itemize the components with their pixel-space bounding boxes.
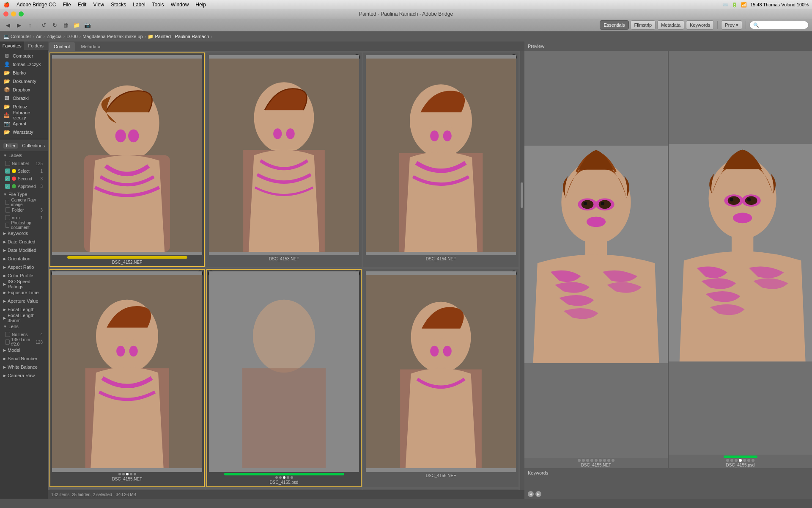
- orientation-section-header[interactable]: ▶Orientation: [0, 254, 48, 263]
- filter-button[interactable]: Filter: [3, 143, 18, 149]
- date-modified-section-header[interactable]: ▶Date Modified: [0, 246, 48, 254]
- lens-135-checkbox[interactable]: [5, 340, 10, 345]
- folder-checkbox[interactable]: [5, 207, 10, 213]
- lens-section-header[interactable]: ▼Lens: [0, 322, 48, 331]
- apple-menu[interactable]: 🍎: [3, 2, 10, 8]
- thumb-dsc4156[interactable]: ⊕ DSC_4156.NEF: [363, 269, 518, 487]
- favorites-tab[interactable]: Favorites: [0, 41, 24, 50]
- nav-item-aparat[interactable]: 📷Aparat: [0, 119, 48, 128]
- raw-checkbox[interactable]: [5, 200, 9, 205]
- breadcrumb-item-zdjecia[interactable]: Zdjęcia: [47, 34, 61, 39]
- model-section-header[interactable]: ▶Model: [0, 346, 48, 354]
- nav-item-computer[interactable]: 🖥Computer: [0, 52, 48, 60]
- thumb-dsc4159[interactable]: ⊕ ⊕ DSC_4159.NEF: [363, 489, 518, 490]
- nav-item-warsztaty[interactable]: 📂Warsztaty: [0, 128, 48, 136]
- nav-item-obrazki[interactable]: 🖼Obrazki: [0, 94, 48, 102]
- approved-checkbox[interactable]: ✓: [5, 184, 10, 189]
- filter-header[interactable]: Filter Collections ▾: [0, 140, 48, 151]
- keywords-scroll-right[interactable]: ▶: [535, 491, 541, 497]
- essentials-tab[interactable]: Essentials: [600, 20, 628, 30]
- maximize-button[interactable]: [19, 11, 24, 17]
- forward-button[interactable]: ▶: [14, 20, 24, 30]
- new-folder-button[interactable]: 📁: [72, 20, 81, 30]
- camera-button[interactable]: 📷: [83, 20, 92, 30]
- nav-item-biurko[interactable]: 📂Biurko: [0, 69, 48, 77]
- scrollbar-thumb[interactable]: [521, 182, 523, 208]
- nolabel-checkbox[interactable]: [5, 161, 10, 166]
- collections-button[interactable]: Collections: [19, 143, 47, 149]
- breadcrumb-item-computer[interactable]: 💻 Computer: [3, 34, 31, 39]
- view-menu[interactable]: View: [93, 2, 104, 8]
- filetype-section-header[interactable]: ▼ File Type: [0, 190, 48, 199]
- tools-menu[interactable]: Tools: [152, 2, 164, 8]
- filetype-folder[interactable]: Folder 3: [0, 206, 48, 214]
- filetype-psd[interactable]: Photoshop document: [0, 221, 48, 229]
- lens-135[interactable]: 135.0 mm f/2.0 128: [0, 338, 48, 346]
- thumb-dsc4155psd[interactable]: ⊕ ⊕ DSC_4155.psd: [206, 269, 362, 487]
- app-menu-bridge[interactable]: Adobe Bridge CC: [16, 2, 56, 8]
- thumb-dsc4157[interactable]: ⊕ ⊕ DSC_4157.NEF: [49, 489, 205, 490]
- label-item-nolabel[interactable]: No Label 125: [0, 160, 48, 167]
- lens-none-checkbox[interactable]: [5, 332, 10, 337]
- keywords-section-header[interactable]: ▶Keywords: [0, 229, 48, 237]
- nav-item-dokumenty[interactable]: 📂Dokumenty: [0, 77, 48, 86]
- search-input[interactable]: [749, 21, 809, 29]
- aspect-ratio-section-header[interactable]: ▶Aspect Ratio: [0, 263, 48, 271]
- camera-raw-section-header[interactable]: ▶Camera Raw: [0, 371, 48, 380]
- content-scrollbar[interactable]: [520, 51, 524, 490]
- breadcrumb-item-air[interactable]: Air: [36, 34, 41, 39]
- back-button[interactable]: ◀: [3, 20, 13, 30]
- nav-item-pobrane[interactable]: 📥Pobrane rzeczy: [0, 111, 48, 119]
- keywords-scroll-left[interactable]: ◀: [528, 491, 534, 497]
- stacks-menu[interactable]: Stacks: [111, 2, 126, 8]
- label-menu[interactable]: Label: [133, 2, 145, 8]
- second-checkbox[interactable]: ✓: [5, 176, 10, 181]
- rotate-right-button[interactable]: ↻: [50, 20, 59, 30]
- traffic-lights[interactable]: [3, 11, 24, 17]
- nav-item-user[interactable]: 👤tomas...zczyk: [0, 60, 48, 69]
- prev-button[interactable]: Prev ▾: [721, 20, 742, 30]
- color-profile-section-header[interactable]: ▶Color Profile: [0, 271, 48, 280]
- psd-checkbox[interactable]: [5, 223, 9, 228]
- content-tab[interactable]: Content: [49, 42, 75, 51]
- help-menu[interactable]: Help: [195, 2, 206, 8]
- mxn-checkbox[interactable]: [5, 215, 10, 220]
- keywords-tab[interactable]: Keywords: [686, 20, 714, 30]
- select-checkbox[interactable]: ✓: [5, 168, 10, 174]
- label-item-select[interactable]: ✓ Select 1: [0, 167, 48, 175]
- aperture-section-header[interactable]: ▶Aperture Value: [0, 297, 48, 305]
- rotate-left-button[interactable]: ↺: [39, 20, 48, 30]
- thumb-dsc4158[interactable]: ⊕ ⊕ DSC_4158.NEF: [206, 489, 362, 490]
- labels-section-header[interactable]: ▼ Labels: [0, 151, 48, 160]
- exposure-section-header[interactable]: ▶Exposure Time: [0, 288, 48, 297]
- label-item-second[interactable]: ✓ Second 3: [0, 175, 48, 182]
- edit-menu[interactable]: Edit: [78, 2, 87, 8]
- thumb-dsc4153[interactable]: ⊕ DSC_415: [206, 52, 362, 267]
- file-menu[interactable]: File: [63, 2, 71, 8]
- filetype-raw[interactable]: Camera Raw image: [0, 199, 48, 206]
- focal-length-section-header[interactable]: ▶Focal Length: [0, 305, 48, 314]
- up-button[interactable]: ↑: [25, 20, 35, 30]
- metadata-tab-content[interactable]: Metadata: [76, 42, 106, 51]
- iso-section-header[interactable]: ▶ISO Speed Ratings: [0, 280, 48, 288]
- thumb-dsc4154[interactable]: ⊕ DSC_4154.NEF: [363, 52, 518, 267]
- folders-tab[interactable]: Folders: [24, 41, 48, 50]
- minimize-button[interactable]: [11, 11, 16, 17]
- close-button[interactable]: [3, 11, 8, 17]
- filmstrip-tab[interactable]: Filmstrip: [631, 20, 656, 30]
- thumb-dsc4152[interactable]: DSC_4152.NEF: [49, 52, 205, 267]
- breadcrumb-item-d700[interactable]: D700: [66, 34, 77, 39]
- nav-item-retusz[interactable]: 📂Retusz: [0, 102, 48, 111]
- breadcrumb-item-folder[interactable]: Magdalena Pietrzak make up: [82, 34, 143, 39]
- metadata-tab[interactable]: Metadata: [657, 20, 684, 30]
- serial-section-header[interactable]: ▶Serial Number: [0, 354, 48, 363]
- breadcrumb-item-current[interactable]: 📁 Painted - Paulina Ramach: [148, 34, 209, 39]
- thumb-dsc4155nef[interactable]: ⊕ ⊕: [49, 269, 205, 487]
- date-created-section-header[interactable]: ▶Date Created: [0, 237, 48, 246]
- focal-length-35-section-header[interactable]: ▶Focal Length 35mm: [0, 314, 48, 322]
- window-menu[interactable]: Window: [171, 2, 189, 8]
- label-item-approved[interactable]: ✓ Approved 3: [0, 182, 48, 190]
- nav-item-dropbox[interactable]: 📦Dropbox: [0, 86, 48, 94]
- wb-section-header[interactable]: ▶White Balance: [0, 363, 48, 371]
- delete-button[interactable]: 🗑: [61, 20, 70, 30]
